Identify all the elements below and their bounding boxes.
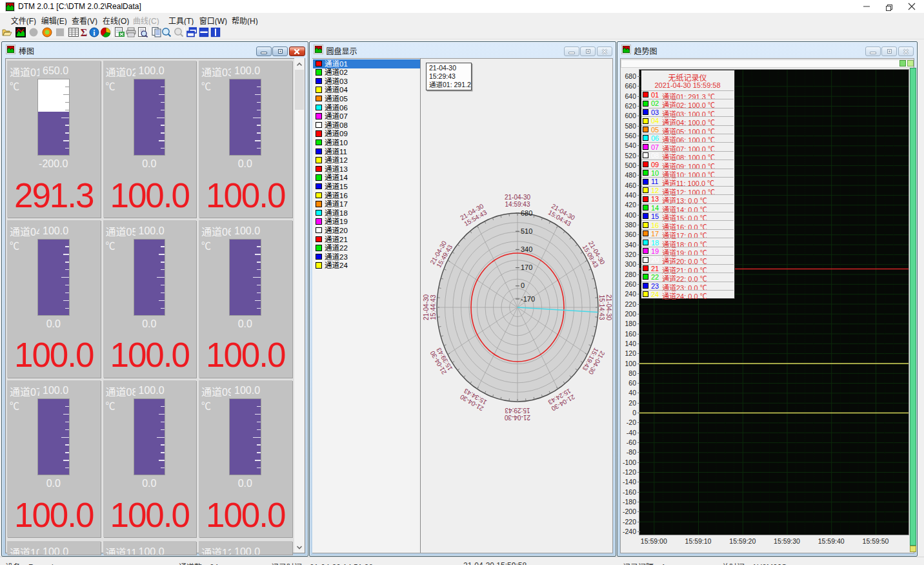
svg-text:Σ: Σ [81,27,87,37]
